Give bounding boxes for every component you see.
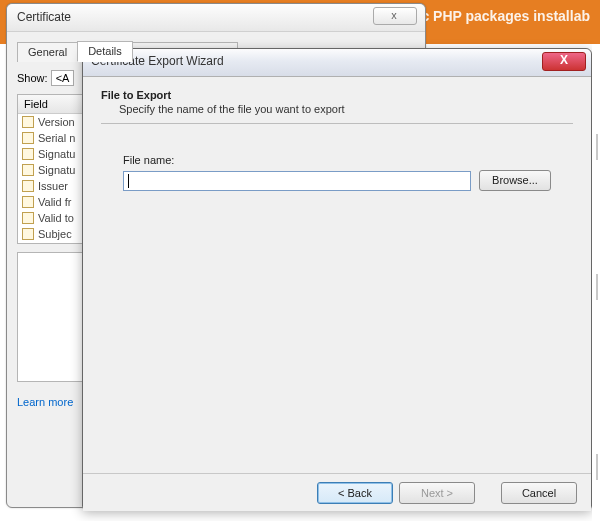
- cancel-button[interactable]: Cancel: [501, 482, 577, 504]
- field-icon: [22, 212, 34, 224]
- wizard-titlebar[interactable]: Certificate Export Wizard X: [83, 49, 591, 77]
- field-icon: [22, 180, 34, 192]
- certificate-titlebar[interactable]: Certificate x: [7, 4, 425, 32]
- field-icon: [22, 132, 34, 144]
- close-icon: X: [560, 53, 568, 67]
- edge-mark: [596, 274, 598, 300]
- banner-text: lic PHP packages installab: [414, 8, 590, 24]
- export-wizard-window: Certificate Export Wizard X File to Expo…: [82, 48, 592, 510]
- field-icon: [22, 228, 34, 240]
- edge-mark: [596, 454, 598, 480]
- certificate-title: Certificate: [17, 10, 71, 24]
- right-edge-strip: [592, 44, 600, 521]
- field-icon: [22, 196, 34, 208]
- text-caret: [128, 174, 129, 188]
- divider: [101, 123, 573, 124]
- field-icon: [22, 148, 34, 160]
- close-icon: x: [391, 9, 399, 21]
- filename-label: File name:: [123, 154, 551, 166]
- show-select[interactable]: <A: [51, 70, 75, 86]
- show-label: Show:: [17, 72, 48, 84]
- wizard-subheading: Specify the name of the file you want to…: [119, 103, 573, 115]
- wizard-heading: File to Export: [101, 89, 573, 101]
- edge-mark: [596, 134, 598, 160]
- field-icon: [22, 116, 34, 128]
- next-button[interactable]: Next >: [399, 482, 475, 504]
- back-button[interactable]: < Back: [317, 482, 393, 504]
- tab-details[interactable]: Details: [77, 41, 133, 62]
- browse-button[interactable]: Browse...: [479, 170, 551, 191]
- tab-general[interactable]: General: [17, 42, 78, 62]
- wizard-close-button[interactable]: X: [542, 52, 586, 71]
- field-icon: [22, 164, 34, 176]
- wizard-button-row: < Back Next > Cancel: [83, 473, 591, 511]
- filename-input[interactable]: [123, 171, 471, 191]
- certificate-close-button[interactable]: x: [373, 7, 417, 25]
